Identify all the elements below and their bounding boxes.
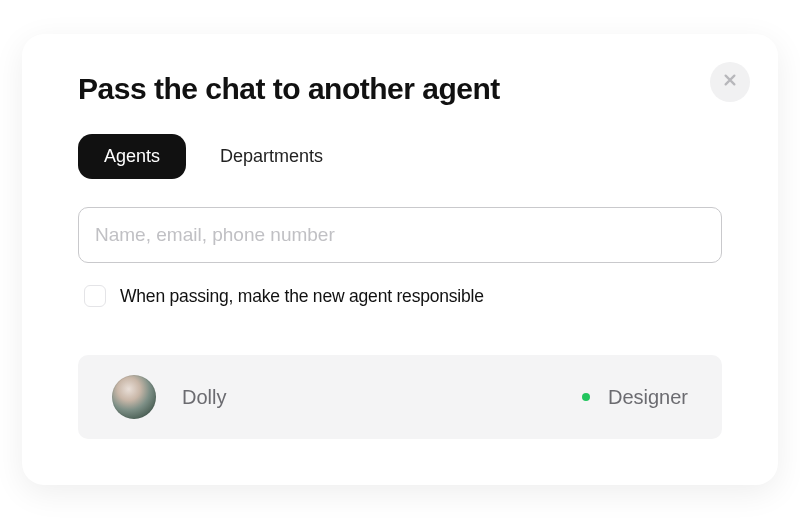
tab-bar: Agents Departments bbox=[78, 134, 722, 179]
search-input[interactable] bbox=[78, 207, 722, 263]
tab-agents[interactable]: Agents bbox=[78, 134, 186, 179]
status-dot-icon bbox=[582, 393, 590, 401]
responsible-checkbox[interactable] bbox=[84, 285, 106, 307]
tab-departments[interactable]: Departments bbox=[214, 134, 349, 179]
close-button[interactable] bbox=[710, 62, 750, 102]
responsible-checkbox-label: When passing, make the new agent respons… bbox=[120, 286, 484, 307]
tab-label: Agents bbox=[104, 146, 160, 166]
agent-role: Designer bbox=[608, 386, 688, 409]
pass-chat-modal: Pass the chat to another agent Agents De… bbox=[22, 34, 778, 485]
responsible-checkbox-row: When passing, make the new agent respons… bbox=[78, 285, 722, 307]
avatar bbox=[112, 375, 156, 419]
agent-list: Dolly Designer bbox=[78, 355, 722, 439]
agent-name: Dolly bbox=[182, 386, 226, 409]
modal-title: Pass the chat to another agent bbox=[78, 72, 722, 106]
close-icon bbox=[723, 73, 737, 91]
search-field bbox=[78, 207, 722, 263]
tab-label: Departments bbox=[220, 146, 323, 166]
agent-list-item[interactable]: Dolly Designer bbox=[78, 355, 722, 439]
